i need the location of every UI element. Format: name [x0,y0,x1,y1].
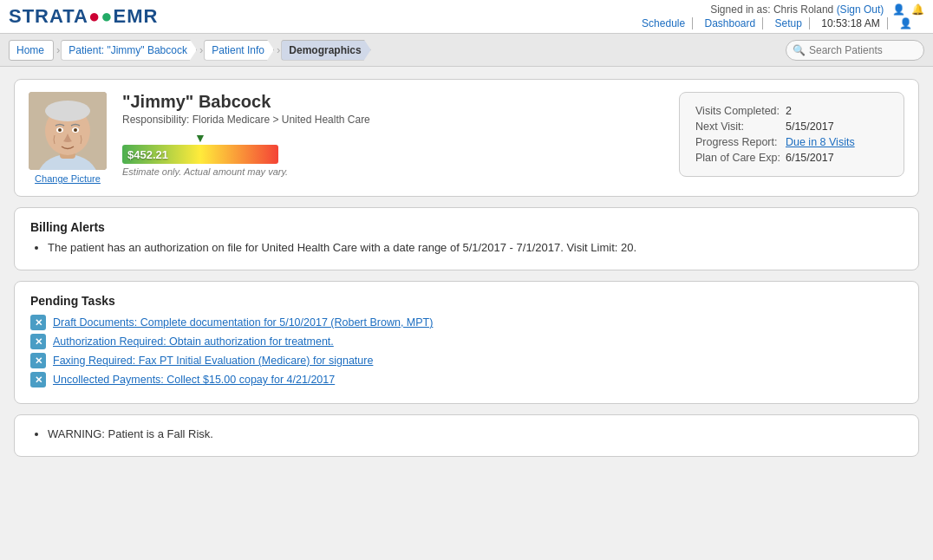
next-visit-label: Next Visit: [695,119,786,134]
breadcrumb-sep-1: › [56,43,60,56]
breadcrumb-sep-2: › [199,43,203,56]
warnings-card: WARNING: Patient is a Fall Risk. [14,414,919,457]
notification-icon: 🔔 [911,3,924,16]
user-icon: 👤 [892,3,905,16]
task-icon-1 [30,315,46,330]
patient-avatar [29,92,107,170]
plan-of-care-label: Plan of Care Exp: [695,150,786,166]
breadcrumb-sep-3: › [277,43,280,56]
change-picture-link[interactable]: Change Picture [35,173,101,184]
progress-report-label: Progress Report: [695,134,786,150]
list-item: The patient has an authorization on file… [48,241,903,254]
search-icon: 🔍 [793,44,806,56]
plan-of-care-row: Plan of Care Exp: 6/15/2017 [695,150,860,166]
search-input[interactable] [786,40,924,61]
clock-icon: 👤 [899,17,919,29]
pending-tasks-list: Draft Documents: Complete documentation … [30,315,903,387]
task-item-2: Authorization Required: Obtain authoriza… [30,334,903,349]
billing-alerts-title: Billing Alerts [30,220,903,234]
task-link-4[interactable]: Uncollected Payments: Collect $15.00 cop… [53,374,335,386]
visits-completed-row: Visits Completed: 2 [695,103,860,119]
balance-estimate: Estimate only. Actual amount may vary. [122,166,679,177]
patient-name: "Jimmy" Babcock [122,92,679,112]
task-link-1[interactable]: Draft Documents: Complete documentation … [53,316,433,329]
task-link-3[interactable]: Faxing Required: Fax PT Initial Evaluati… [53,355,373,367]
task-icon-4 [30,372,46,387]
billing-alerts-card: Billing Alerts The patient has an author… [14,207,919,270]
top-right-info: Signed in as: Chris Roland (Sign Out) 👤 … [636,3,924,29]
clock-display: 10:53:18 AM [821,17,887,29]
task-item-4: Uncollected Payments: Collect $15.00 cop… [30,372,903,387]
schedule-link[interactable]: Schedule [642,17,693,29]
pending-tasks-title: Pending Tasks [30,294,903,308]
next-visit-value: 5/15/2017 [786,119,860,134]
progress-report-row: Progress Report: Due in 8 Visits [695,134,860,150]
visits-completed-label: Visits Completed: [695,103,786,119]
visit-summary: Visits Completed: 2 Next Visit: 5/15/201… [679,92,904,177]
task-icon-2 [30,334,46,349]
pending-tasks-card: Pending Tasks Draft Documents: Complete … [14,281,919,404]
dashboard-link[interactable]: Dashboard [705,17,764,29]
svg-point-4 [45,101,90,121]
svg-point-8 [74,128,77,132]
main-content: Change Picture "Jimmy" Babcock Responsib… [0,67,933,479]
breadcrumb-bar: Home › Patient: "Jimmy" Babcock › Patien… [0,34,933,67]
warnings-list: WARNING: Patient is a Fall Risk. [30,427,903,440]
task-item-3: Faxing Required: Fax PT Initial Evaluati… [30,353,903,368]
breadcrumb-patient[interactable]: Patient: "Jimmy" Babcock [61,40,197,61]
next-visit-row: Next Visit: 5/15/2017 [695,119,860,134]
breadcrumb-demographics[interactable]: Demographics [281,40,370,61]
balance-arrow: ▼ [122,131,278,145]
search-box-wrap: 🔍 [786,40,924,61]
visit-summary-table: Visits Completed: 2 Next Visit: 5/15/201… [695,103,860,166]
balance-bar-wrap: $452.21 [122,145,278,164]
logo: STRATA●●EMR [9,5,158,28]
task-icon-3 [30,353,46,368]
patient-card: Change Picture "Jimmy" Babcock Responsib… [14,79,919,197]
nav-links: Schedule Dashboard Setup 10:53:18 AM 👤 [636,17,924,29]
balance-indicator: ▼ $452.21 Estimate only. Actual amount m… [122,131,679,177]
logo-text: STRATA●●EMR [9,5,158,28]
sign-out-link[interactable]: (Sign Out) [837,3,884,16]
task-item-1: Draft Documents: Complete documentation … [30,315,903,330]
signed-in-label: Signed in as: Chris Roland [710,3,833,16]
task-link-2[interactable]: Authorization Required: Obtain authoriza… [53,335,334,348]
progress-report-link[interactable]: Due in 8 Visits [786,134,860,150]
patient-photo-wrap: Change Picture [29,92,107,184]
setup-link[interactable]: Setup [775,17,810,29]
signed-in-text: Signed in as: Chris Roland (Sign Out) 👤 … [636,3,924,16]
patient-info-col: "Jimmy" Babcock Responsibility: Florida … [122,92,679,180]
breadcrumb-home[interactable]: Home [9,40,54,61]
top-bar: STRATA●●EMR Signed in as: Chris Roland (… [0,0,933,34]
plan-of-care-value: 6/15/2017 [786,150,860,166]
svg-point-7 [58,128,62,132]
visits-completed-value: 2 [786,103,860,119]
breadcrumb-patient-info[interactable]: Patient Info [204,40,274,61]
list-item: WARNING: Patient is a Fall Risk. [48,427,903,440]
patient-responsibility: Responsibility: Florida Medicare > Unite… [122,114,679,126]
balance-amount: $452.21 [122,145,278,164]
billing-alerts-list: The patient has an authorization on file… [30,241,903,254]
